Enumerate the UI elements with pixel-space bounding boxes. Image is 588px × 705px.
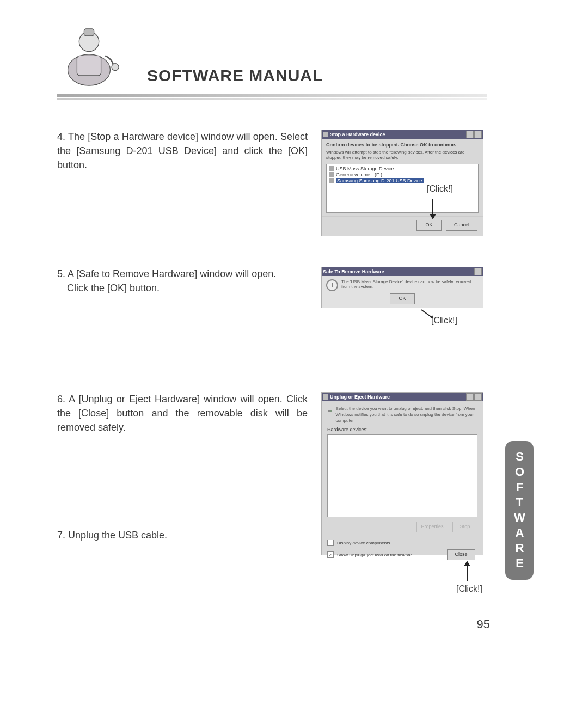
- dialog-title: Unplug or Eject Hardware: [330, 394, 390, 400]
- close-icon[interactable]: [474, 268, 482, 275]
- warning-text: Windows will attempt to stop the followi…: [326, 150, 479, 161]
- device-2: Generic volume - (F:): [336, 172, 382, 177]
- dialog-titlebar: Stop a Hardware device: [322, 130, 483, 139]
- dialog-body: i The 'USB Mass Storage Device' device c…: [322, 276, 483, 292]
- confirm-text: Confirm devices to be stopped. Choose OK…: [326, 142, 479, 148]
- dialog-titlebar: Unplug or Eject Hardware: [322, 393, 483, 401]
- close-row: ✓ Show Unplug/Eject icon on the taskbar …: [322, 547, 483, 565]
- stop-hardware-dialog: Stop a Hardware device Confirm devices t…: [321, 130, 483, 236]
- dialog-description: Select the device you want to unplug or …: [335, 406, 477, 424]
- help-button[interactable]: [466, 393, 474, 401]
- device-icon: [329, 166, 334, 171]
- page-number: 95: [477, 617, 490, 632]
- info-icon: i: [326, 279, 338, 291]
- close-icon[interactable]: [474, 393, 482, 401]
- ok-button[interactable]: OK: [416, 220, 442, 231]
- checkbox-label: Display device components: [337, 541, 390, 545]
- checkbox-row-2[interactable]: ✓ Show Unplug/Eject icon on the taskbar: [327, 551, 447, 558]
- device-icon: [329, 178, 334, 183]
- dialog-description-row: Select the device you want to unplug or …: [322, 401, 483, 426]
- section-label: SOFTWARE: [512, 450, 526, 572]
- close-icon[interactable]: [474, 131, 482, 138]
- help-button[interactable]: [466, 131, 474, 138]
- checkbox-icon[interactable]: [327, 540, 334, 546]
- cancel-button[interactable]: Cancel: [446, 220, 477, 231]
- device-icon: [329, 172, 334, 177]
- header-rule: [57, 94, 487, 101]
- ok-button[interactable]: OK: [390, 293, 415, 304]
- device-list[interactable]: USB Mass Storage Device Generic volume -…: [326, 164, 479, 213]
- checkbox-label: Show Unplug/Eject icon on the taskbar: [337, 553, 412, 557]
- checkbox-row-1[interactable]: Display device components: [322, 538, 483, 547]
- step-6-text: 6. A [Unplug or Eject Hardware] window w…: [57, 392, 308, 434]
- click-annotation-2: [Click!]: [431, 316, 457, 326]
- stop-button: Stop: [452, 522, 477, 532]
- unplug-eject-dialog: Unplug or Eject Hardware Select the devi…: [321, 392, 483, 555]
- dialog-icon: [323, 394, 328, 400]
- mascot-illustration: [57, 22, 128, 93]
- device-1: USB Mass Storage Device: [336, 166, 394, 171]
- dialog-title: Safe To Remove Hardware: [323, 269, 384, 274]
- svg-point-4: [112, 64, 119, 71]
- step-5-line-2: Click the [OK] button.: [57, 283, 160, 293]
- close-button[interactable]: Close: [447, 549, 475, 560]
- safe-remove-dialog: Safe To Remove Hardware i The 'USB Mass …: [321, 267, 483, 308]
- step-5-line-1: 5. A [Safe to Remove Hardware] window wi…: [57, 268, 276, 279]
- svg-rect-1: [77, 56, 101, 75]
- button-row: OK: [322, 292, 483, 308]
- dialog-body: Confirm devices to be stopped. Choose OK…: [322, 139, 483, 216]
- hardware-devices-label: Hardware devices:: [322, 426, 483, 433]
- hardware-list[interactable]: [327, 434, 477, 517]
- button-row: Properties Stop: [322, 517, 483, 536]
- page-header: SOFTWARE MANUAL: [57, 22, 487, 103]
- svg-rect-7: [328, 410, 330, 412]
- dialog-titlebar: Safe To Remove Hardware: [322, 267, 483, 276]
- dialog-button-row: OK Cancel: [322, 216, 483, 235]
- device-3-selected[interactable]: Samsung Samsung D-201 USB Device: [336, 178, 424, 183]
- page-title: SOFTWARE MANUAL: [147, 66, 323, 85]
- section-tab: SOFTWARE: [505, 441, 534, 580]
- step-4-text: 4. The [Stop a Hardware device] window w…: [57, 130, 308, 172]
- safe-remove-message: The 'USB Mass Storage Device' device can…: [341, 279, 479, 289]
- manual-page: SOFTWARE MANUAL 4. The [Stop a Hardware …: [0, 0, 588, 705]
- dialog-icon: [323, 132, 328, 137]
- checkbox-icon[interactable]: ✓: [327, 551, 334, 558]
- dialog-title: Stop a Hardware device: [330, 132, 385, 137]
- step-5-text: 5. A [Safe to Remove Hardware] window wi…: [57, 267, 308, 295]
- hardware-icon: [327, 406, 332, 416]
- step-7-text: 7. Unplug the USB cable.: [57, 528, 308, 542]
- properties-button: Properties: [416, 522, 448, 532]
- arrow-icon: [464, 561, 470, 581]
- arrow-icon: [430, 199, 436, 219]
- svg-rect-3: [84, 29, 94, 36]
- click-annotation-1: [Click!]: [427, 184, 453, 194]
- click-annotation-3: [Click!]: [456, 584, 482, 594]
